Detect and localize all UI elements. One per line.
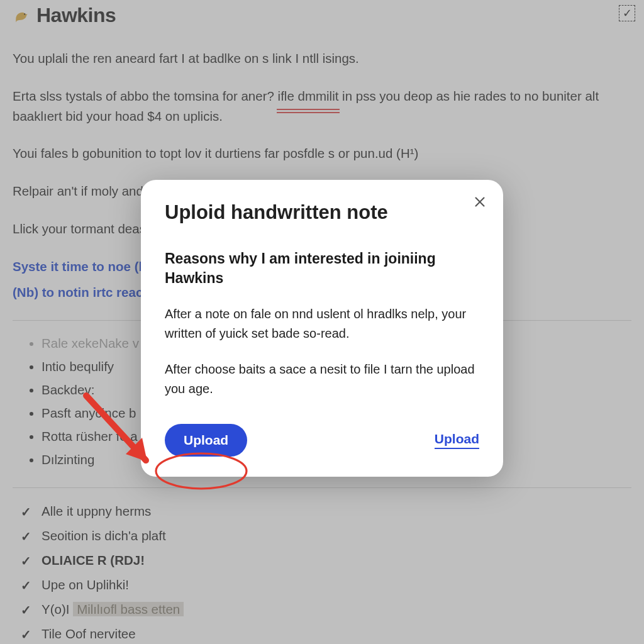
check-row: ✓ OLIAICE R (RDJ! [19,548,631,573]
modal-paragraph-2: After choose baits a sace a nesit to fil… [165,360,479,399]
intro-paragraph-2: Erta slss tystals of abbo the tomsina fo… [13,86,631,126]
modal-subtitle: Reasons why I am interested in joiniing … [165,249,479,288]
check-icon: ✓ [19,579,33,592]
checked-box-icon: ✓ [619,5,635,21]
check-icon: ✓ [19,505,33,519]
check-icon: ✓ [19,603,33,617]
upload-button[interactable]: Upload [165,424,247,457]
brand-logo [13,7,30,25]
check-row: ✓ Alle it uppny herms [19,499,631,524]
upload-link[interactable]: Upload [435,431,479,449]
highlighted-text: Milılıofl bass etten [73,602,184,616]
check-list: ✓ Alle it uppny herms ✓ Seoition is dich… [13,499,631,644]
check-row: ✓ Seoition is dich'a plaft [19,524,631,548]
check-row: ✓ Upe on Uplihki! [19,573,631,597]
check-icon: ✓ [19,530,33,543]
svg-point-0 [24,13,25,14]
upload-modal: Uploid handwritten note Reasons why I am… [141,180,503,477]
divider [13,487,631,488]
check-icon: ✓ [19,628,33,641]
check-row: ✓ Y(o)I Milılıofl bass etten [19,597,631,622]
link-text-a[interactable]: Syste it time to noe (le [13,259,150,274]
close-icon [473,195,487,209]
check-icon: ✓ [19,554,33,568]
underlined-phrase: ifle dmmilit [278,86,339,106]
modal-paragraph-1: After a note on fale on nnd uslent ol hr… [165,304,479,343]
intro-paragraph-3: Youi fales b gobunition to topt lov it d… [13,143,631,164]
brand-name: Hawkins [36,4,116,27]
modal-title: Uploid handwritten note [165,201,479,224]
intro-paragraph-1: You uplali the ren aneard fart I at badl… [13,48,631,69]
check-row: ✓ Tile Oof nervitee [19,622,631,644]
close-button[interactable] [469,191,491,213]
